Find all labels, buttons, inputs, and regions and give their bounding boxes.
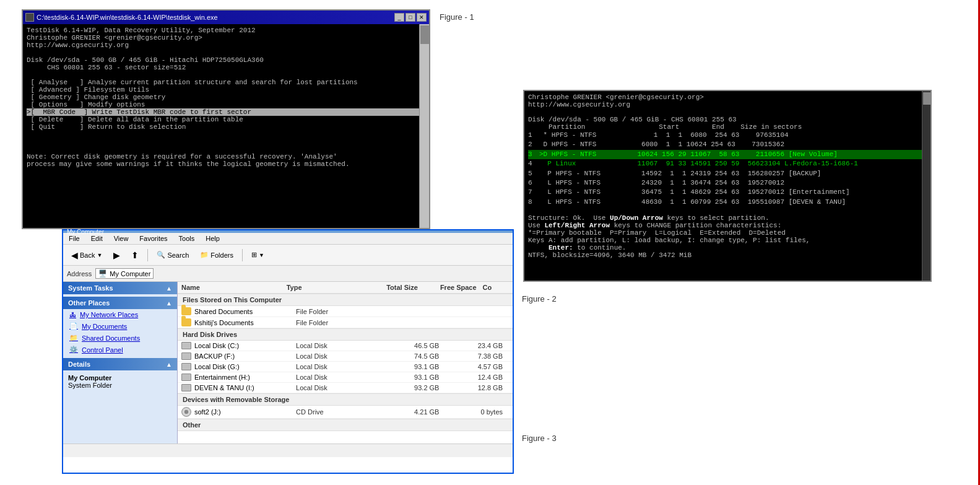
list-item[interactable]: BACKUP (F:) Local Disk 74.5 GB 7.38 GB	[178, 351, 513, 362]
file-free-text: 0 bytes	[445, 408, 509, 416]
partition-row-8: 8 L HPFS - NTFS 48630 1 1 60799 254 63 1…	[528, 198, 927, 207]
other-section: Other	[178, 419, 513, 431]
search-label: Search	[167, 251, 189, 259]
cmd-line-12: [ Delete ] Delete all data in the partit…	[27, 116, 425, 123]
list-item[interactable]: Entertainment (H:) Local Disk 93.1 GB 12…	[178, 372, 513, 383]
system-tasks-header: System Tasks ▲	[63, 282, 177, 294]
f2-line-0: Christophe GRENIER <grenier@cgsecurity.o…	[528, 94, 927, 101]
folders-button[interactable]: 📁 Folders	[196, 249, 238, 261]
cmd-line-4	[27, 49, 425, 56]
cmd-line-18: process may give some warnings if it thi…	[27, 160, 425, 168]
cmd-line-8: [ Analyse ] Analyse current partition st…	[27, 79, 425, 86]
shareddocs-label: Shared Documents	[82, 334, 140, 342]
list-item[interactable]: soft2 (J:) CD Drive 4.21 GB 0 bytes	[178, 406, 513, 419]
system-tasks-label: System Tasks	[68, 284, 113, 292]
window-controls[interactable]: _ □ ✕	[394, 13, 427, 22]
file-name-text: Local Disk (C:)	[194, 342, 239, 349]
system-tasks-chevron[interactable]: ▲	[166, 285, 172, 292]
list-item[interactable]: Kshitij's Documents File Folder	[178, 317, 513, 328]
up-button[interactable]: ⬆	[127, 248, 143, 262]
network-label: My Network Places	[80, 311, 138, 318]
search-icon: 🔍	[157, 251, 165, 259]
cmd-line-3: http://www.cgsecurity.org	[27, 42, 425, 49]
list-item[interactable]: Local Disk (G:) Local Disk 93.1 GB 4.57 …	[178, 362, 513, 372]
figure1-window: C:\testdisk-6.14-WIP.win\testdisk-6.14-W…	[22, 9, 430, 229]
toolbar-separator-2	[242, 249, 243, 261]
toolbar-separator-1	[147, 249, 148, 261]
menu-view[interactable]: View	[112, 234, 131, 243]
other-places-chevron[interactable]: ▲	[166, 300, 172, 307]
file-free-text: 4.57 GB	[445, 363, 509, 370]
menu-file[interactable]: File	[67, 234, 82, 243]
file-total-text: 93.1 GB	[382, 363, 446, 370]
minimize-button[interactable]: _	[394, 13, 404, 22]
file-name-text: BACKUP (F:)	[194, 352, 235, 360]
maximize-button[interactable]: □	[405, 13, 415, 22]
sidebar-item-network[interactable]: 🖧 My Network Places	[63, 309, 177, 320]
cmd-line-1: TestDisk 6.14-WIP, Data Recovery Utility…	[27, 27, 425, 34]
file-free-text: 7.38 GB	[445, 352, 509, 360]
controlpanel-label: Control Panel	[82, 346, 123, 354]
file-name-text: soft2 (J:)	[194, 408, 221, 416]
list-item[interactable]: Shared Documents File Folder	[178, 306, 513, 317]
cmd-line-10: [ Geometry ] Change disk geometry	[27, 94, 425, 101]
f2-footer-4: Keys A: add partition, L: load backup, I…	[528, 237, 927, 244]
details-header: Details ▲	[63, 358, 177, 370]
partition-row-6: 6 L HPFS - NTFS 24320 1 1 36474 254 63 1…	[528, 178, 927, 188]
details-label: Details	[68, 360, 90, 368]
close-button[interactable]: ✕	[417, 13, 427, 22]
list-item[interactable]: Local Disk (C:) Local Disk 46.5 GB 23.4 …	[178, 341, 513, 351]
f2-line-1: http://www.cgsecurity.org	[528, 101, 927, 108]
content-area[interactable]: Name Type Total Size Free Space Co Files…	[178, 282, 513, 443]
col-free: Free Space	[424, 284, 483, 291]
f2-footer-5: Enter: to continue.	[528, 244, 927, 251]
menu-tools[interactable]: Tools	[177, 234, 197, 243]
f2-footer-1: Structure: Ok. Use Up/Down Arrow keys to…	[528, 214, 927, 222]
menu-help[interactable]: Help	[204, 234, 222, 243]
sidebar-item-controlpanel[interactable]: ⚙️ Control Panel	[63, 344, 177, 356]
cmd-line-5: Disk /dev/sda - 500 GB / 465 GiB - Hitac…	[27, 56, 425, 64]
menu-favorites[interactable]: Favorites	[137, 234, 169, 243]
details-chevron[interactable]: ▲	[166, 361, 172, 368]
explorer-main: System Tasks ▲ Other Places ▲ 🖧 My Netwo…	[63, 282, 513, 443]
removable-section: Devices with Removable Storage	[178, 393, 513, 406]
list-item[interactable]: DEVEN & TANU (I:) Local Disk 93.2 GB 12.…	[178, 383, 513, 393]
cmd-line-11: [ Options ] Modify options	[27, 101, 425, 108]
toolbar: ◀ Back ▼ ▶ ⬆ 🔍 Search 📁 Folders ⊞ ▼	[63, 245, 513, 266]
figure2-window: Christophe GRENIER <grenier@cgsecurity.o…	[523, 90, 932, 282]
column-headers: Name Type Total Size Free Space Co	[178, 282, 513, 294]
back-arrow-icon: ◀	[71, 250, 78, 260]
col-co: Co	[483, 284, 509, 291]
sidebar-item-mydocs[interactable]: 📄 My Documents	[63, 320, 177, 332]
drive-icon	[181, 342, 191, 349]
sidebar-item-shareddocs[interactable]: 📁 Shared Documents	[63, 332, 177, 344]
my-computer-icon: 🖥️	[98, 269, 107, 277]
search-button[interactable]: 🔍 Search	[152, 249, 193, 261]
f2-line-4: Partition Start End Size in sectors	[528, 123, 927, 131]
drive-icon	[181, 363, 191, 370]
drive-icon	[181, 384, 191, 391]
forward-button[interactable]: ▶	[109, 248, 124, 262]
menu-edit[interactable]: Edit	[89, 234, 105, 243]
cmd-line-16	[27, 146, 425, 153]
partition-row-7: 7 L HPFS - NTFS 36475 1 1 48629 254 63 1…	[528, 188, 927, 197]
view-button[interactable]: ⊞ ▼	[247, 249, 269, 261]
back-button[interactable]: ◀ Back ▼	[67, 248, 106, 262]
cmd-line-9: [ Advanced ] Filesystem Utils	[27, 86, 425, 94]
back-label: Back	[80, 251, 95, 259]
forward-arrow-icon: ▶	[113, 250, 120, 260]
file-name-text: Shared Documents	[194, 308, 253, 315]
figure1-titlebar: C:\testdisk-6.14-WIP.win\testdisk-6.14-W…	[23, 11, 429, 24]
address-field[interactable]: 🖥️ My Computer	[95, 268, 154, 279]
file-total-text: 46.5 GB	[382, 342, 446, 349]
cmd-line-highlighted: >[ MBR Code ] Write TestDisk MBR code to…	[27, 108, 425, 116]
figure2-scrollbar[interactable]	[922, 91, 930, 281]
scrollbar[interactable]	[419, 24, 429, 228]
mydocs-icon: 📄	[69, 322, 78, 330]
controlpanel-icon: ⚙️	[69, 346, 78, 354]
shareddocs-icon: 📁	[69, 334, 78, 342]
file-total-text: 4.21 GB	[382, 408, 446, 416]
partition-row-4: 4 P Linux 11067 91 33 14591 250 59 56623…	[528, 159, 927, 168]
partition-row-5: 5 P HPFS - NTFS 14592 1 1 24319 254 63 1…	[528, 169, 927, 178]
hard-disk-section: Hard Disk Drives	[178, 328, 513, 341]
